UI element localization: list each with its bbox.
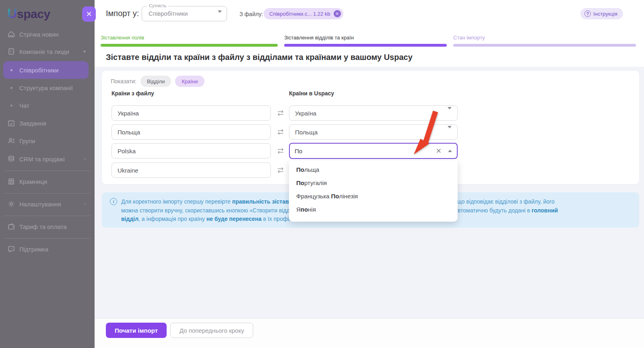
sidebar-item-employees[interactable]: Співробітники [0,64,95,76]
sidebar-divider [4,193,91,194]
sidebar-item-chat[interactable]: Чат [0,99,95,111]
entity-select-label: Сутність [147,3,168,8]
sidebar-item-label: Підтримка [19,246,48,253]
sidebar-item-label: Завдання [19,120,46,127]
chevron-right-icon: › [84,201,86,207]
sidebar-item-label: Крамниця [19,178,47,185]
import-steps: Зіставлення полів Зіставлення відділів т… [101,35,642,47]
chevron-down-icon [448,109,452,117]
company-icon [7,47,15,56]
entity-select[interactable]: Сутність Співробітники [142,6,227,21]
sidebar-item-groups[interactable]: Групи [0,135,95,147]
bullet-icon [10,87,12,89]
instruction-label: Інструкція [593,11,617,17]
gear-icon [7,200,15,208]
info-icon: i [110,198,117,205]
sidebar-item-newsfeed[interactable]: Стрічка новин [0,28,95,40]
file-country-input[interactable] [111,163,271,178]
swap-arrows-icon [276,166,285,175]
step-import-status[interactable]: Стан імпорту [453,35,636,47]
sidebar-item-company-people[interactable]: Компанія та люди ▾ [0,45,95,58]
sidebar-item-label: Налаштування [19,201,61,208]
main-content: Імпорт у: Сутність Співробітники З файлу… [95,0,644,348]
file-chip-name: Співробітники.c... 1.22 kb [269,11,330,17]
chevron-down-icon [448,128,452,136]
remove-file-icon[interactable]: ✕ [334,10,341,17]
instruction-button[interactable]: ? Інструкція [580,8,623,19]
uspacy-logo-text: spacy [17,7,50,21]
sidebar-item-crm[interactable]: CRM та продажі › [0,153,95,165]
sidebar: Uspacy Стрічка новин Компанія та люди ▾ … [0,0,95,348]
file-chip[interactable]: Співробітники.c... 1.22 kb ✕ [264,8,343,19]
chevron-down-icon [218,13,222,20]
tasks-calendar-icon [7,119,15,127]
step-progress-bar [284,44,447,47]
close-sidebar-button[interactable]: ✕ [82,6,96,22]
sidebar-item-label: Структура компанії [19,84,73,91]
file-country-input[interactable] [111,124,271,140]
sidebar-item-label: CRM та продажі [19,156,64,163]
sidebar-divider [4,216,91,216]
show-filter: Показати: Відділи Країни [111,76,204,87]
annotation-arrow [411,109,439,157]
select-value: Польща [295,129,318,136]
uspacy-logo: Uspacy [7,6,50,21]
page-title: Зіставте відділи та країни з файлу з від… [106,53,413,62]
sidebar-divider [4,238,91,239]
close-icon: ✕ [86,10,92,19]
column-header-file: Країни з файлу [111,90,154,97]
uspacy-import-screen: Uspacy Стрічка новин Компанія та люди ▾ … [0,0,644,348]
swap-arrows-icon [276,128,285,136]
sidebar-item-label: Компанія та люди [19,48,69,55]
dropdown-option-frantsuzka-polineziya[interactable]: Французька Полінезія [289,189,458,203]
shop-icon [7,177,15,185]
file-country-input[interactable] [111,143,271,159]
import-topbar: Імпорт у: Сутність Співробітники З файлу… [95,0,644,67]
sidebar-item-label: Стрічка новин [19,31,59,38]
sidebar-item-billing[interactable]: Тариф та оплата [0,220,95,233]
step-progress-bar [101,44,278,47]
start-import-button[interactable]: Почати імпорт [106,323,167,338]
step-field-mapping[interactable]: Зіставлення полів [101,35,278,47]
sidebar-item-settings[interactable]: Налаштування › [0,198,95,210]
filter-chip-countries[interactable]: Країни [175,76,204,87]
step-label: Зіставлення полів [101,35,278,41]
chevron-right-icon: › [84,156,86,162]
sidebar-item-label: Співробітники [19,67,58,74]
import-title: Імпорт у: [106,9,139,18]
file-country-input[interactable] [111,105,271,121]
question-circle-icon: ? [584,10,591,17]
step-progress-bar [453,44,636,47]
previous-step-button[interactable]: До попереднього кроку [170,323,253,338]
wallet-icon [7,222,15,231]
step-label: Стан імпорту [453,35,636,41]
svg-text:?: ? [10,247,12,251]
dropdown-option-polshcha[interactable]: Польща [289,163,458,176]
groups-icon [7,137,15,145]
bullet-icon [10,105,12,107]
sidebar-item-company-structure[interactable]: Структура компанії [0,82,95,94]
step-departments-countries[interactable]: Зіставлення відділів та країн [284,35,447,47]
sidebar-item-support[interactable]: ? Підтримка [0,243,95,255]
sidebar-item-label: Тариф та оплата [19,223,67,230]
entity-select-value: Співробітники [149,10,188,17]
swap-arrows-icon [276,146,285,155]
column-header-uspacy: Країни в Uspacy [289,90,334,97]
chevron-up-icon[interactable] [448,150,452,152]
from-file-label: З файлу: [239,11,263,17]
chevron-down-icon: ▾ [83,49,86,54]
sidebar-item-tasks[interactable]: Завдання [0,117,95,129]
sidebar-item-label: Чат [19,102,29,109]
sidebar-divider [4,171,91,171]
bullet-icon [10,69,12,71]
uspacy-logo-u: U [7,6,17,21]
dropdown-option-yaponiya[interactable]: Японія [289,203,458,216]
country-dropdown-panel: Польща Португалія Французька Полінезія Я… [289,161,458,222]
sidebar-item-label: Групи [19,138,35,144]
dropdown-option-portugaliya[interactable]: Португалія [289,176,458,189]
sidebar-item-marketplace[interactable]: Крамниця [0,175,95,187]
swap-arrows-icon [276,109,285,117]
crm-database-icon [7,155,15,163]
filter-chip-departments[interactable]: Відділи [140,76,171,87]
support-chat-icon: ? [7,245,15,253]
